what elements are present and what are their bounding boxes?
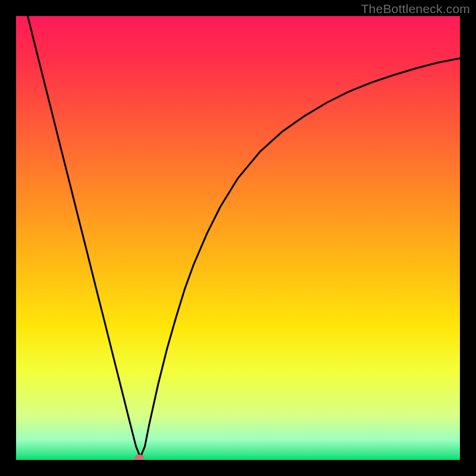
chart-frame: TheBottleneck.com: [0, 0, 476, 476]
bottleneck-curve: [16, 16, 460, 458]
watermark-text: TheBottleneck.com: [361, 2, 470, 16]
plot-area: [16, 16, 460, 460]
curve-layer: [16, 16, 460, 460]
optimal-point-marker: [134, 455, 144, 460]
